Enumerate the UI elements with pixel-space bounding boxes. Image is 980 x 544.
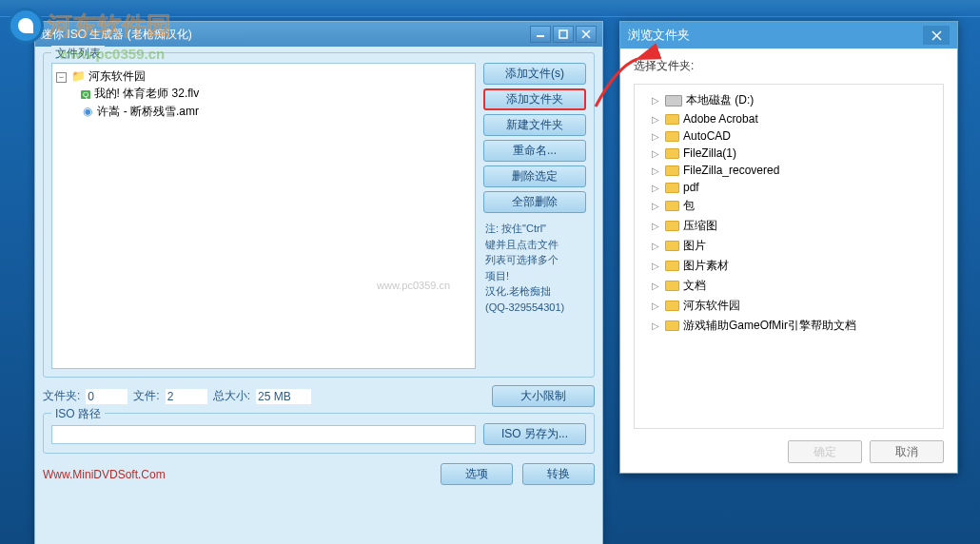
folder-tree-item[interactable]: ▷包 [638,196,939,216]
folder-tree-item[interactable]: ▷FileZilla(1) [638,145,939,162]
drive-icon [665,95,682,107]
hint-text: 注: 按住"Ctrl" 键并且点击文件 列表可选择多个 项目! 汉化.老枪痴拙 … [483,221,586,315]
folder-icon [665,221,679,231]
folder-icon [665,281,679,291]
stats-row: 文件夹: 0 文件: 2 总大小: 25 MB 大小限制 [43,385,595,407]
chevron-right-icon[interactable]: ▷ [652,241,661,251]
folder-icon [665,241,679,251]
folder-tree-item[interactable]: ▷河东软件园 [638,296,939,316]
annotation-arrow [588,57,655,126]
folders-label: 文件夹: [43,388,80,404]
chevron-right-icon[interactable]: ▷ [652,201,661,211]
website-link[interactable]: Www.MiniDVDSoft.Com [43,468,166,481]
chevron-right-icon[interactable]: ▷ [652,131,661,142]
add-files-button[interactable]: 添加文件(s) [483,63,586,85]
chevron-right-icon[interactable]: ▷ [652,321,661,331]
delete-all-button[interactable]: 全部删除 [483,191,586,213]
folder-tree-label: FileZilla(1) [683,146,736,160]
collapse-icon[interactable]: − [56,72,67,83]
chevron-right-icon[interactable]: ▷ [652,261,661,271]
folder-icon [665,131,679,142]
folder-tree-label: 图片 [683,238,706,254]
folder-tree-item[interactable]: ▷压缩图 [638,216,939,236]
watermark-site-name: 河东软件园 [48,10,171,43]
folder-tree-item[interactable]: ▷Adobe Acrobat [638,110,939,127]
folder-tree-label: 游戏辅助GameOfMir引擎帮助文档 [683,318,856,334]
folder-tree-label: 本地磁盘 (D:) [686,92,754,108]
folder-icon [665,183,679,193]
folder-tree-item[interactable]: ▷FileZilla_recovered [638,162,939,179]
minimize-button[interactable] [530,26,551,43]
folder-tree-item[interactable]: ▷本地磁盘 (D:) [638,90,939,110]
tree-file-label: 我的! 体育老师 32.flv [90,87,199,100]
dialog-title: 浏览文件夹 [628,27,923,44]
chevron-right-icon[interactable]: ▷ [652,183,661,193]
folder-icon [665,261,679,271]
chevron-right-icon[interactable]: ▷ [652,221,661,231]
folder-icon: 📁 [71,69,85,83]
folder-icon [665,321,679,331]
files-value: 2 [166,389,207,404]
delete-selected-button[interactable]: 删除选定 [483,165,586,187]
tree-file-item[interactable]: Q 我的! 体育老师 32.flv [56,85,471,103]
file-list-group: 文件列表 − 📁 河东软件园 Q 我的! 体育老师 32.flv◉ 许嵩 - 断… [43,52,595,378]
folder-tree-label: 压缩图 [683,218,717,234]
folder-tree-item[interactable]: ▷文档 [638,276,939,296]
rename-button[interactable]: 重命名... [483,140,586,162]
bottom-row: Www.MiniDVDSoft.Com 选项 转换 [43,463,595,485]
tree-file-item[interactable]: ◉ 许嵩 - 断桥残雪.amr [56,103,471,121]
folder-tree-item[interactable]: ▷图片 [638,236,939,256]
folder-tree-label: 文档 [683,278,706,294]
folders-value: 0 [86,389,127,404]
watermark-center: www.pc0359.cn [377,280,450,291]
folder-tree-item[interactable]: ▷图片素材 [638,256,939,276]
convert-button[interactable]: 转换 [522,463,595,485]
dialog-close-button[interactable] [923,26,950,45]
iso-save-as-button[interactable]: ISO 另存为... [483,423,586,445]
watermark-logo: 河东软件园 [8,8,171,44]
tree-root-label: 河东软件园 [88,69,146,83]
iso-legend: ISO 路径 [51,406,105,422]
folder-tree[interactable]: ▷本地磁盘 (D:)▷Adobe Acrobat▷AutoCAD▷FileZil… [634,84,944,429]
browse-folder-dialog: 浏览文件夹 选择文件夹: ▷本地磁盘 (D:)▷Adobe Acrobat▷Au… [619,21,958,474]
folder-tree-label: FileZilla_recovered [683,164,779,177]
folder-icon [665,148,679,159]
close-button[interactable] [576,26,597,43]
folder-tree-label: Adobe Acrobat [683,112,758,126]
new-folder-button[interactable]: 新建文件夹 [483,114,586,136]
folder-tree-item[interactable]: ▷游戏辅助GameOfMir引擎帮助文档 [638,316,939,336]
side-button-column: 添加文件(s) 添加文件夹 新建文件夹 重命名... 删除选定 全部删除 注: … [483,63,586,369]
size-limit-button[interactable]: 大小限制 [492,385,595,407]
folder-tree-item[interactable]: ▷AutoCAD [638,127,939,145]
chevron-right-icon[interactable]: ▷ [652,148,661,159]
audio-file-icon: ◉ [81,105,94,118]
options-button[interactable]: 选项 [441,463,513,485]
size-label: 总大小: [213,388,250,404]
chevron-right-icon[interactable]: ▷ [652,165,661,176]
folder-tree-label: 包 [683,198,695,214]
dialog-ok-button[interactable]: 确定 [788,440,862,463]
add-folder-button[interactable]: 添加文件夹 [483,88,586,110]
size-value: 25 MB [256,389,311,404]
dialog-prompt: 选择文件夹: [634,58,944,74]
main-window: 迷你 ISO 生成器 (老枪痴汉化) 文件列表 − 📁 河东软件园 Q 我的! … [34,21,603,544]
dialog-titlebar[interactable]: 浏览文件夹 [620,22,957,49]
iso-path-input[interactable] [51,425,476,444]
folder-icon [665,114,679,125]
chevron-right-icon[interactable]: ▷ [652,281,661,291]
dialog-cancel-button[interactable]: 取消 [870,440,944,463]
chevron-right-icon[interactable]: ▷ [652,301,661,311]
svg-rect-1 [559,30,567,38]
iso-path-group: ISO 路径 ISO 另存为... [43,413,595,454]
video-file-icon: Q [81,90,90,99]
maximize-button[interactable] [553,26,574,43]
folder-icon [665,301,679,311]
watermark-url: www.pc0359.cn [59,46,165,62]
file-tree-panel[interactable]: − 📁 河东软件园 Q 我的! 体育老师 32.flv◉ 许嵩 - 断桥残雪.a… [51,63,476,369]
folder-tree-label: 图片素材 [683,258,729,274]
folder-tree-item[interactable]: ▷pdf [638,179,939,196]
folder-tree-label: AutoCAD [683,129,731,143]
tree-root-node[interactable]: − 📁 河东软件园 Q 我的! 体育老师 32.flv◉ 许嵩 - 断桥残雪.a… [56,68,471,122]
watermark-logo-icon [8,8,44,44]
tree-file-label: 许嵩 - 断桥残雪.amr [94,105,199,118]
